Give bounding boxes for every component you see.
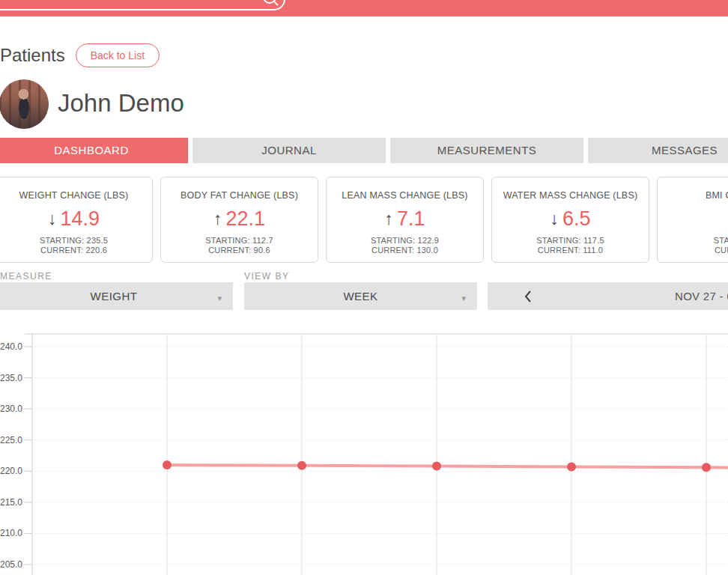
tab-measurements[interactable]: MEASUREMENTS: [390, 138, 583, 163]
stat-card-current: CURRENT: 111.0: [492, 246, 649, 255]
y-tick-label: 210.0: [0, 528, 22, 538]
data-point[interactable]: [432, 462, 441, 471]
search-icon: [262, 0, 280, 7]
weight-trend-chart: 240.0 235.0 230.0 225.0 220.0 215.0 210.…: [0, 322, 728, 575]
y-tick-label: 225.0: [0, 435, 22, 445]
stat-card-water-mass-change: WATER MASS CHANGE (LBS) ↓6.5 STARTING: 1…: [491, 177, 649, 263]
measure-dropdown-value: WEIGHT: [0, 282, 233, 310]
date-range-label: NOV 27 - 03: [675, 282, 728, 310]
stat-card-title: BODY FAT CHANGE (LBS): [161, 190, 318, 201]
down-arrow-icon: ↓: [48, 209, 57, 228]
axis-ticks: [24, 347, 32, 565]
patient-avatar: [0, 79, 49, 129]
up-arrow-icon: ↑: [213, 209, 222, 228]
y-axis-labels: 240.0 235.0 230.0 225.0 220.0 215.0 210.…: [0, 341, 22, 570]
y-tick-label: 215.0: [0, 497, 22, 508]
tab-bar: DASHBOARD JOURNAL MEASUREMENTS MESSAGES: [0, 138, 728, 163]
tab-journal[interactable]: JOURNAL: [192, 138, 386, 163]
stat-card-current: CURRENT:: [658, 246, 728, 255]
stat-card-current: CURRENT: 90.6: [161, 246, 318, 255]
view-by-label: VIEW BY: [244, 271, 290, 282]
data-point[interactable]: [297, 461, 306, 470]
data-point[interactable]: [163, 460, 172, 469]
vertical-gridlines: [167, 334, 706, 575]
chevron-down-icon: ▾: [217, 293, 222, 303]
stat-card-lean-mass-change: LEAN MASS CHANGE (LBS) ↑7.1 STARTING: 12…: [326, 177, 484, 263]
weight-series: [163, 460, 728, 472]
data-point[interactable]: [567, 463, 576, 472]
view-by-dropdown[interactable]: WEEK ▾: [244, 282, 477, 310]
tab-messages[interactable]: MESSAGES: [588, 138, 728, 163]
stat-card-body-fat-change: BODY FAT CHANGE (LBS) ↑22.1 STARTING: 11…: [160, 177, 318, 263]
stat-card-starting: STARTING: 117.5: [492, 236, 649, 246]
patient-dashboard-page: { "colors": { "accent": "#EF6A6A", "stat…: [0, 0, 728, 575]
patient-name: John Demo: [58, 89, 184, 118]
data-point[interactable]: [702, 463, 711, 472]
stat-cards-row: WEIGHT CHANGE (LBS) ↓14.9 STARTING: 235.…: [0, 177, 728, 263]
view-by-dropdown-value: WEEK: [244, 282, 477, 310]
stat-card-title: WEIGHT CHANGE (LBS): [0, 190, 152, 201]
stat-card-starting: STARTING:: [658, 236, 728, 246]
chevron-left-icon[interactable]: [524, 290, 533, 303]
horizontal-gridlines: [32, 347, 728, 565]
back-to-list-button[interactable]: Back to List: [76, 43, 160, 67]
date-range-navigator: NOV 27 - 03: [488, 282, 728, 310]
stat-card-starting: STARTING: 122.9: [327, 236, 483, 246]
y-tick-label: 240.0: [0, 341, 22, 352]
y-tick-label: 205.0: [0, 559, 22, 570]
stat-card-bmi-change: BMI CHANGE ↓ STARTING: CURRENT:: [657, 177, 728, 263]
stat-card-value: 22.1: [225, 207, 265, 230]
measure-label: MEASURE: [0, 271, 52, 282]
measure-dropdown[interactable]: WEIGHT ▾: [0, 282, 233, 310]
stat-card-weight-change: WEIGHT CHANGE (LBS) ↓14.9 STARTING: 235.…: [0, 177, 153, 263]
stat-card-title: WATER MASS CHANGE (LBS): [492, 190, 649, 201]
y-tick-label: 235.0: [0, 373, 22, 383]
stat-card-value: 14.9: [60, 207, 100, 230]
stat-card-current: CURRENT: 220.6: [0, 246, 152, 255]
search-input[interactable]: [0, 0, 285, 10]
stat-card-title: LEAN MASS CHANGE (LBS): [327, 190, 483, 201]
stat-card-starting: STARTING: 112.7: [161, 236, 318, 246]
page-title: Patients: [0, 45, 65, 66]
top-nav-bar: [0, 0, 728, 16]
chevron-down-icon: ▾: [461, 293, 466, 303]
stat-card-value: 6.5: [562, 207, 591, 230]
up-arrow-icon: ↑: [384, 209, 393, 228]
tab-dashboard[interactable]: DASHBOARD: [0, 138, 188, 163]
y-tick-label: 220.0: [0, 466, 22, 476]
y-tick-label: 230.0: [0, 404, 22, 414]
stat-card-value: 7.1: [397, 207, 425, 230]
stat-card-current: CURRENT: 130.0: [327, 246, 483, 255]
weight-line: [167, 465, 728, 468]
down-arrow-icon: ↓: [550, 209, 559, 228]
stat-card-starting: STARTING: 235.5: [0, 236, 152, 246]
stat-card-title: BMI CHANGE: [658, 190, 728, 201]
chart-frame: [25, 334, 728, 575]
